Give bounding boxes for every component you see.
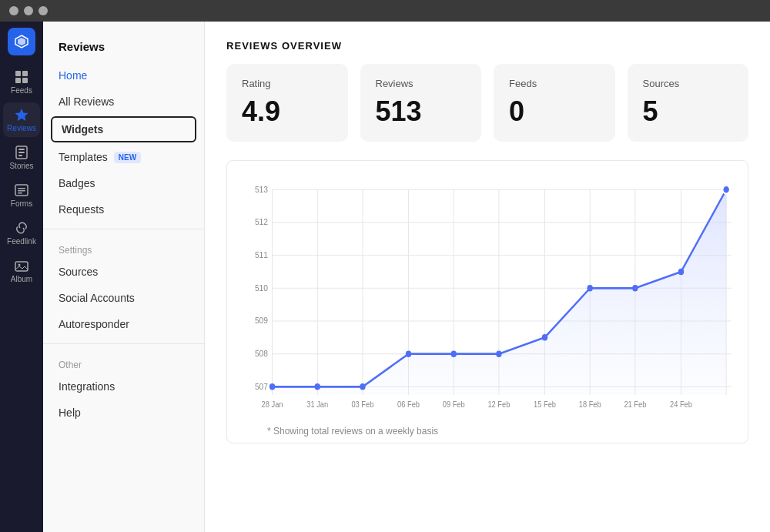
traffic-light-maximize[interactable] — [38, 6, 48, 15]
nav-item-requests[interactable]: Requests — [43, 196, 204, 223]
svg-rect-15 — [15, 262, 28, 271]
chart-inner: 513 512 511 510 509 508 507 28 Jan 31 Ja… — [236, 173, 738, 420]
svg-rect-2 — [15, 71, 21, 76]
nav-item-autoresponder[interactable]: Autoresponder — [43, 311, 204, 337]
nav-item-social-accounts-label: Social Accounts — [59, 292, 135, 304]
app-logo[interactable] — [8, 28, 35, 55]
svg-rect-5 — [22, 78, 28, 83]
nav-item-templates[interactable]: Templates NEW — [43, 144, 204, 170]
stat-card-feeds: Feeds 0 — [494, 64, 615, 142]
data-point-4 — [450, 350, 456, 357]
svg-marker-6 — [15, 109, 28, 121]
data-point-6 — [542, 334, 547, 341]
nav-item-help[interactable]: Help — [43, 400, 204, 426]
stat-label-sources: Sources — [643, 78, 734, 89]
nav-item-autoresponder-label: Autoresponder — [59, 318, 129, 330]
sidebar-item-feeds-label: Feeds — [11, 86, 32, 95]
nav-item-widgets-label: Widgets — [62, 123, 103, 136]
nav-other-title: Other — [43, 350, 204, 373]
svg-rect-10 — [18, 155, 22, 156]
svg-rect-3 — [22, 71, 28, 76]
nav-item-widgets[interactable]: Widgets — [51, 116, 196, 142]
nav-sidebar: Reviews Home All Reviews Widgets Templat… — [43, 22, 205, 532]
nav-item-home[interactable]: Home — [43, 62, 204, 89]
stat-value-rating: 4.9 — [242, 95, 333, 128]
data-point-2 — [360, 383, 365, 390]
svg-text:28 Jan: 28 Jan — [262, 400, 283, 409]
sidebar-item-feedlink[interactable]: Feedlink — [3, 216, 40, 250]
svg-text:508: 508 — [255, 348, 268, 358]
nav-item-integrations[interactable]: Integrations — [43, 373, 204, 400]
data-point-8 — [632, 285, 638, 292]
data-point-10 — [723, 186, 730, 194]
stat-label-rating: Rating — [242, 78, 333, 89]
nav-settings-title: Settings — [43, 236, 204, 259]
nav-item-badges-label: Badges — [59, 177, 95, 189]
nav-section-reviews: Reviews — [43, 34, 204, 62]
sidebar-item-forms[interactable]: Forms — [3, 178, 40, 212]
svg-text:24 Feb: 24 Feb — [670, 400, 692, 409]
chart-container: 513 512 511 510 509 508 507 28 Jan 31 Ja… — [226, 160, 748, 443]
svg-rect-8 — [18, 149, 25, 150]
nav-item-templates-label: Templates — [59, 151, 108, 163]
nav-item-badges[interactable]: Badges — [43, 170, 204, 196]
data-point-7 — [587, 285, 592, 292]
svg-rect-9 — [18, 152, 25, 153]
svg-text:510: 510 — [255, 283, 268, 293]
svg-text:03 Feb: 03 Feb — [351, 400, 373, 409]
svg-text:511: 511 — [255, 249, 268, 259]
templates-badge: NEW — [114, 152, 141, 163]
svg-point-16 — [18, 264, 21, 266]
sidebar-item-album[interactable]: Album — [3, 253, 40, 288]
stat-label-feeds: Feeds — [509, 78, 600, 89]
svg-text:06 Feb: 06 Feb — [397, 400, 420, 409]
stat-card-rating: Rating 4.9 — [226, 64, 348, 142]
sidebar-item-forms-label: Forms — [11, 199, 32, 208]
sidebar-item-feeds[interactable]: Feeds — [3, 65, 40, 99]
nav-item-help-label: Help — [59, 407, 81, 419]
svg-text:12 Feb: 12 Feb — [487, 400, 510, 409]
svg-marker-1 — [18, 38, 25, 45]
sidebar-item-stories-label: Stories — [9, 162, 33, 170]
svg-text:512: 512 — [255, 217, 268, 227]
title-bar — [0, 0, 770, 22]
stat-label-reviews: Reviews — [376, 78, 467, 89]
sidebar-item-album-label: Album — [11, 275, 32, 283]
svg-text:21 Feb: 21 Feb — [624, 400, 646, 409]
svg-text:507: 507 — [255, 381, 268, 391]
stat-card-sources: Sources 5 — [628, 64, 749, 142]
chart-svg: 513 512 511 510 509 508 507 28 Jan 31 Ja… — [236, 173, 738, 420]
sidebar-item-stories[interactable]: Stories — [3, 140, 40, 175]
chart-note: * Showing total reviews on a weekly basi… — [236, 426, 738, 437]
svg-text:18 Feb: 18 Feb — [579, 400, 601, 409]
stat-card-reviews: Reviews 513 — [360, 64, 482, 142]
svg-rect-12 — [18, 188, 25, 189]
main-content: REVIEWS OVERVIEW Rating 4.9 Reviews 513 … — [205, 22, 770, 532]
sidebar-item-reviews[interactable]: Reviews — [3, 102, 40, 137]
svg-text:513: 513 — [255, 184, 268, 194]
svg-rect-14 — [18, 192, 22, 194]
svg-text:09 Feb: 09 Feb — [443, 400, 465, 409]
svg-text:509: 509 — [255, 316, 268, 326]
sidebar-item-feedlink-label: Feedlink — [7, 237, 36, 246]
nav-divider-other — [43, 343, 204, 344]
traffic-light-minimize[interactable] — [24, 6, 33, 15]
nav-item-sources[interactable]: Sources — [43, 259, 204, 285]
data-point-0 — [270, 383, 275, 390]
traffic-light-close[interactable] — [9, 6, 18, 15]
nav-divider-settings — [43, 229, 204, 229]
nav-item-all-reviews-label: All Reviews — [59, 95, 114, 108]
nav-item-sources-label: Sources — [59, 266, 98, 278]
nav-item-requests-label: Requests — [59, 203, 104, 216]
svg-text:31 Jan: 31 Jan — [306, 400, 328, 409]
svg-rect-13 — [18, 190, 25, 192]
nav-item-all-reviews[interactable]: All Reviews — [43, 89, 204, 115]
data-point-3 — [406, 350, 411, 357]
nav-item-integrations-label: Integrations — [59, 380, 115, 393]
svg-rect-4 — [15, 78, 21, 83]
stat-value-sources: 5 — [643, 95, 734, 128]
nav-item-social-accounts[interactable]: Social Accounts — [43, 285, 204, 311]
nav-item-home-label: Home — [59, 69, 87, 82]
stat-value-reviews: 513 — [376, 95, 467, 128]
data-point-5 — [496, 350, 501, 357]
